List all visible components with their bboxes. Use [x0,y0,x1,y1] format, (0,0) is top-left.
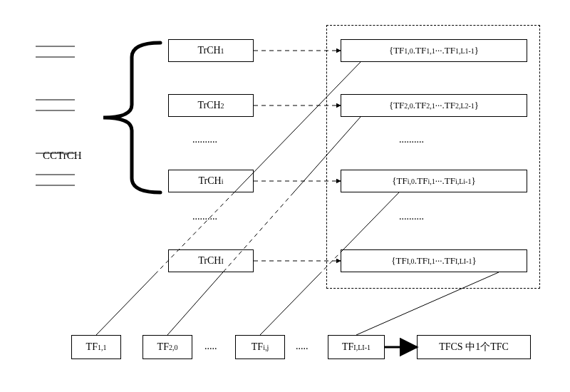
bottom-tf-3: TFI,LI-1 [328,335,385,359]
ellipsis-left-0: ·········· [192,137,217,148]
bottom-ellipsis-1: ····· [296,344,309,355]
trch-box-1: TrCH2 [168,94,254,117]
tfset-box-1: {TF2,0.TF2,1···.TF2,L2-1} [341,94,527,117]
tfset-box-0: {TF1,0.TF1,1···.TF1,L1-1} [341,39,527,62]
ellipsis-right-1: ·········· [399,214,424,225]
trch-box-2: TrCHi [168,170,254,192]
ellipsis-right-0: ·········· [399,137,424,148]
bottom-tf-2: TFi,j [235,335,285,359]
bottom-tf-0: TF1,1 [71,335,121,359]
cctrch-label: CCTrCH [43,150,81,162]
ellipsis-left-1: ·········· [192,214,217,225]
bottom-tf-1: TF2,0 [142,335,192,359]
tfset-box-3: {TFI,0.TFI,1···.TFI,LI-1} [341,249,527,272]
tfset-box-2: {TFi,0.TFi,1···.TFi,Li-1} [341,170,527,192]
result-box: TFCS 中1个TFC [417,335,531,359]
trch-box-0: TrCH1 [168,39,254,62]
trch-box-3: TrCHI [168,249,254,272]
bottom-ellipsis-0: ····· [204,344,217,355]
